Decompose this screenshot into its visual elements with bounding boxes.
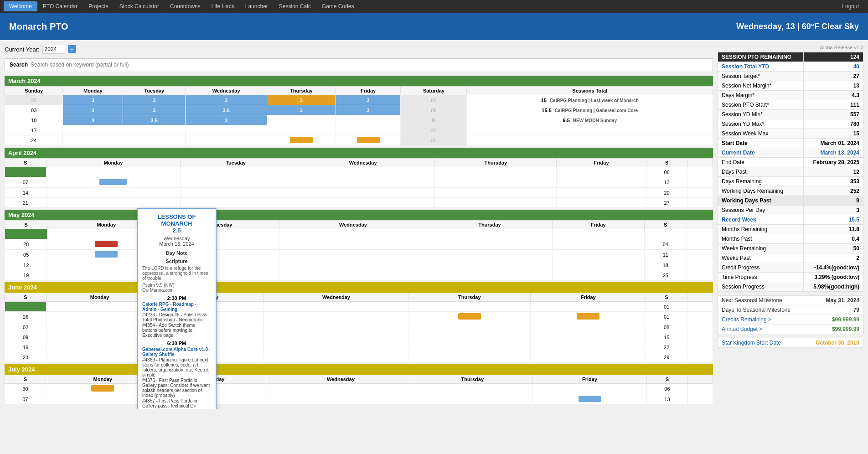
table-row: 14 20 bbox=[5, 188, 713, 198]
nav-item-launcher[interactable]: Launcher bbox=[240, 1, 274, 11]
popup-time1: 2:30 PM bbox=[142, 295, 211, 301]
alpha-release-label: Alpha Release v1.0 bbox=[718, 45, 863, 50]
col-thu: Thursday bbox=[267, 87, 336, 95]
col-wed: Wednesday bbox=[186, 87, 267, 95]
red-bar bbox=[95, 241, 118, 247]
milestone-section: Next Seasonal Milestone May 31, 2024 Day… bbox=[718, 295, 863, 334]
orange-bar bbox=[91, 385, 114, 392]
month-june: June 2024 S Monday Tuesday Wednesday Thu… bbox=[5, 282, 713, 362]
stats-row: Days Remaining 353 bbox=[718, 177, 863, 186]
col-total: Sessions Total bbox=[467, 87, 713, 95]
table-row bbox=[5, 229, 713, 239]
popup-time2: 6:30 PM bbox=[142, 340, 211, 346]
stats-row: Session PTO Start* 111 bbox=[718, 100, 863, 110]
app-title: Monarch PTO bbox=[9, 21, 68, 32]
star-kingdom-link[interactable]: Star Kingdom Start Date bbox=[722, 340, 781, 346]
table-row: 19 25 bbox=[5, 270, 713, 280]
table-row: 10 3 3.5 3 16 9.5 NEW MOON Sunday bbox=[5, 115, 713, 125]
milestone-row-credits[interactable]: Credits Remaining > $99,999.99 bbox=[718, 315, 863, 325]
year-control: Current Year: + bbox=[5, 45, 713, 54]
col-sun: Sunday bbox=[5, 87, 63, 95]
milestone-row-next: Next Seasonal Milestone May 31, 2024 bbox=[718, 296, 863, 305]
day-detail-popup: LESSONS OF MONARCH 2.5 Wednesday March 1… bbox=[137, 208, 217, 409]
credits-remaining-val: $99,999.99 bbox=[832, 316, 859, 323]
milestone-row-budget[interactable]: Annual Budget > $99,999.99 bbox=[718, 325, 863, 334]
annual-budget-val: $99,999.99 bbox=[832, 326, 859, 332]
calendar-wrapper: March 2024 Sunday Monday Tuesday Wednesd… bbox=[5, 76, 713, 405]
stats-row-record-week: Record Week 15.5 bbox=[718, 215, 863, 225]
nav-item-sessioncalc[interactable]: Session Calc bbox=[274, 1, 316, 11]
year-input[interactable] bbox=[42, 45, 65, 54]
nav-item-countdowns[interactable]: Countdowns bbox=[165, 1, 206, 11]
stats-row: Weeks Remaining 50 bbox=[718, 244, 863, 253]
nav-item-projects[interactable]: Projects bbox=[83, 1, 114, 11]
month-header-march: March 2024 bbox=[5, 76, 713, 86]
star-kingdom-date: October 30, 2019 bbox=[816, 340, 859, 346]
stats-header-row: SESSION PTO REMAINING 124 bbox=[718, 52, 863, 62]
popup-task2-title: Gabereel.com Alpha Core v1.0 - Gallery S… bbox=[142, 347, 211, 357]
col-mon: Monday bbox=[63, 87, 123, 95]
table-row: 30 06 bbox=[5, 384, 713, 394]
table-row: 28 04 bbox=[5, 239, 713, 250]
table-row: 09 15 bbox=[5, 332, 713, 342]
milestone-val1: May 31, 2024 bbox=[826, 297, 859, 304]
nav-item-welcome[interactable]: Welcome bbox=[4, 1, 37, 11]
current-date: Wednesday, 13 | bbox=[736, 22, 799, 31]
orange-bar bbox=[357, 137, 380, 143]
table-row: 23 29 bbox=[5, 352, 713, 362]
star-row: Star Kingdom Start Date October 30, 2019 bbox=[718, 338, 863, 347]
stats-header-val: 124 bbox=[804, 52, 863, 62]
star-section: Star Kingdom Start Date October 30, 2019 bbox=[718, 338, 863, 348]
stats-row-working-days-past: Working Days Past 9 bbox=[718, 196, 863, 206]
popup-overlay: LESSONS OF MONARCH 2.5 Wednesday March 1… bbox=[137, 208, 217, 409]
popup-scripture-ref: Psalm 9:9 (NIV) OurManna.com bbox=[142, 283, 211, 293]
credits-remaining-link[interactable]: Credits Remaining > bbox=[722, 316, 771, 323]
blue-bar bbox=[99, 179, 127, 185]
stats-row: Days Margin* 4.3 bbox=[718, 91, 863, 100]
month-july: July 2024 S Monday Tuesday Wednesday Thu… bbox=[5, 364, 713, 405]
nav-item-gamecodes[interactable]: Game Codes bbox=[316, 1, 360, 11]
logout-button[interactable]: Logout bbox=[837, 1, 864, 11]
col-sat: Saturday bbox=[401, 87, 467, 95]
stats-row: Session Week Max 15 bbox=[718, 129, 863, 139]
stats-row-current-date: Current Date March 13, 2024 bbox=[718, 148, 863, 158]
stats-header-label: SESSION PTO REMAINING bbox=[718, 52, 804, 62]
stats-row: Weeks Past 2 bbox=[718, 253, 863, 263]
month-header-april: April 2024 bbox=[5, 148, 713, 158]
stats-row: Months Past 0.4 bbox=[718, 234, 863, 244]
popup-title: LESSONS OF MONARCH 2.5 bbox=[142, 213, 211, 234]
table-row: 26 01 bbox=[5, 312, 713, 322]
right-panel: Alpha Release v1.0 SESSION PTO REMAINING… bbox=[718, 45, 863, 405]
orange-bar bbox=[290, 137, 313, 143]
popup-task1-item2: #4354 - Add Switch theme buttons before … bbox=[142, 323, 211, 338]
nav-item-lifehack[interactable]: Life Hack bbox=[206, 1, 240, 11]
search-input[interactable] bbox=[31, 62, 708, 68]
milestone-label1: Next Seasonal Milestone bbox=[722, 297, 782, 304]
month-header-june: June 2024 bbox=[5, 282, 713, 293]
stats-row: Sessions Per Day 3 bbox=[718, 206, 863, 215]
blue-bar bbox=[95, 251, 118, 258]
popup-task2-item3: #4357 - First Pass Portfolio Gallery pas… bbox=[142, 398, 211, 408]
stats-row: End Date February 28, 2025 bbox=[718, 158, 863, 167]
nav-item-pto[interactable]: PTO Calendar bbox=[37, 1, 83, 11]
milestone-row-days: Days To Seasonal Milestone 79 bbox=[718, 305, 863, 315]
milestone-val2: 79 bbox=[853, 307, 859, 313]
stats-row: Session YD Max* 780 bbox=[718, 119, 863, 129]
stats-table: SESSION PTO REMAINING 124 Session Total … bbox=[718, 52, 863, 292]
stats-row: Session Net Margin* 13 bbox=[718, 81, 863, 91]
col-tue: Tuesday bbox=[123, 87, 186, 95]
header-date-weather: Wednesday, 13 | 60°F Clear Sky bbox=[736, 22, 859, 31]
table-row: 21 27 bbox=[5, 198, 713, 208]
year-increment-button[interactable]: + bbox=[68, 45, 76, 53]
search-label: Search bbox=[10, 62, 28, 68]
stats-row: Credit Progress -14.4%(good:low) bbox=[718, 263, 863, 273]
blue-bar bbox=[579, 396, 601, 402]
popup-task2-item1: #4369 - Planning: figure out next steps … bbox=[142, 357, 211, 377]
popup-task1-title: Calorie RPG - Roadmap - Admin - Gaming bbox=[142, 302, 211, 312]
popup-date: Wednesday March 13, 2024 bbox=[142, 236, 211, 247]
annual-budget-link[interactable]: Annual Budget > bbox=[722, 326, 762, 332]
header: Monarch PTO Wednesday, 13 | 60°F Clear S… bbox=[0, 13, 868, 40]
nav-item-stock[interactable]: Stock Calculator bbox=[114, 1, 165, 11]
milestone-label2: Days To Seasonal Milestone bbox=[722, 307, 790, 313]
main-content: Current Year: + Search March 2024 Sunday… bbox=[0, 40, 868, 409]
